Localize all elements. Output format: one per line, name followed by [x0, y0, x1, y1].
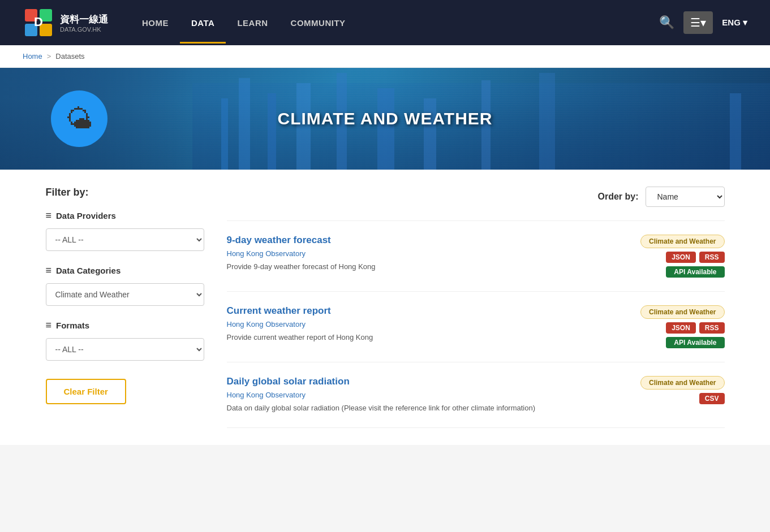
main-content: Filter by: Data Providers -- ALL -- Data… — [23, 170, 747, 445]
dataset-tags-solar: Climate and Weather CSV — [612, 376, 725, 404]
data-providers-label: Data Providers — [46, 210, 204, 222]
format-tags-solar: CSV — [699, 393, 725, 404]
nav-item-learn[interactable]: LEARN — [226, 2, 279, 44]
data-providers-select[interactable]: -- ALL -- — [46, 228, 204, 251]
dataset-title-9day[interactable]: 9-day weather forecast — [227, 235, 600, 246]
language-button[interactable]: ENG ▾ — [722, 18, 747, 28]
dataset-tags-current: Climate and Weather JSON RSS API Availab… — [612, 305, 725, 348]
dataset-info-9day: 9-day weather forecast Hong Kong Observa… — [227, 235, 600, 273]
dataset-desc-solar: Data on daily global solar radiation (Pl… — [227, 403, 600, 414]
search-button[interactable]: 🔍 — [659, 15, 674, 30]
csv-tag-solar: CSV — [699, 393, 725, 404]
nav-item-community[interactable]: COMMUNITY — [279, 2, 357, 44]
table-row: Current weather report Hong Kong Observa… — [227, 292, 725, 362]
dataset-desc-9day: Provide 9-day weather forecast of Hong K… — [227, 261, 600, 273]
json-tag-9day: JSON — [666, 252, 696, 263]
table-row: Daily global solar radiation Hong Kong O… — [227, 362, 725, 428]
dataset-info-solar: Daily global solar radiation Hong Kong O… — [227, 376, 600, 414]
formats-label: Formats — [46, 319, 204, 331]
clear-filter-button[interactable]: Clear Filter — [46, 379, 126, 404]
table-row: 9-day weather forecast Hong Kong Observa… — [227, 220, 725, 292]
dataset-tags-9day: Climate and Weather JSON RSS API Availab… — [612, 235, 725, 278]
banner-category-icon: 🌤 — [51, 90, 107, 147]
order-select[interactable]: Name Modified Relevance — [646, 187, 725, 207]
logo[interactable]: D 資料一線通 DATA.GOV.HK — [23, 7, 108, 38]
svg-text:D: D — [34, 15, 43, 29]
breadcrumb: Home > Datasets — [0, 45, 770, 68]
menu-button[interactable]: ☰▾ — [683, 11, 713, 34]
nav-item-data[interactable]: DATA — [180, 2, 226, 44]
dataset-info-current: Current weather report Hong Kong Observa… — [227, 305, 600, 343]
dataset-provider-9day: Hong Kong Observatory — [227, 249, 600, 258]
category-banner: 🌤 CLIMATE AND WEATHER — [0, 68, 770, 170]
logo-icon: D — [23, 7, 54, 38]
nav-item-home[interactable]: HOME — [131, 2, 180, 44]
content-area: Order by: Name Modified Relevance 9-day … — [227, 187, 725, 428]
dataset-provider-current: Hong Kong Observatory — [227, 320, 600, 328]
api-tag-9day: API Available — [666, 266, 724, 278]
breadcrumb-home[interactable]: Home — [23, 52, 42, 60]
format-tags-current: JSON RSS — [666, 322, 724, 334]
filter-sidebar: Filter by: Data Providers -- ALL -- Data… — [46, 187, 204, 428]
order-bar: Order by: Name Modified Relevance — [227, 187, 725, 207]
logo-text: 資料一線通 DATA.GOV.HK — [60, 13, 108, 33]
banner-title: CLIMATE AND WEATHER — [277, 109, 492, 128]
dataset-desc-current: Provide current weather report of Hong K… — [227, 332, 600, 343]
data-categories-label: Data Categories — [46, 265, 204, 276]
json-tag-current: JSON — [666, 322, 696, 334]
category-tag-9day: Climate and Weather — [640, 235, 724, 248]
dataset-title-current[interactable]: Current weather report — [227, 305, 600, 317]
filter-title: Filter by: — [46, 187, 204, 198]
dataset-title-solar[interactable]: Daily global solar radiation — [227, 376, 600, 387]
rss-tag-9day: RSS — [699, 252, 725, 263]
rss-tag-current: RSS — [699, 322, 725, 334]
navbar: D 資料一線通 DATA.GOV.HK HOME DATA LEARN COMM… — [0, 0, 770, 45]
navbar-right: 🔍 ☰▾ ENG ▾ — [659, 11, 747, 34]
data-categories-select[interactable]: Climate and Weather -- ALL -- — [46, 283, 204, 306]
nav-links: HOME DATA LEARN COMMUNITY — [131, 2, 357, 44]
category-tag-current: Climate and Weather — [640, 305, 724, 319]
dataset-list: 9-day weather forecast Hong Kong Observa… — [227, 220, 725, 428]
order-label: Order by: — [597, 192, 638, 202]
dataset-provider-solar: Hong Kong Observatory — [227, 391, 600, 399]
api-tag-current: API Available — [666, 337, 724, 348]
format-tags-9day: JSON RSS — [666, 252, 724, 263]
breadcrumb-separator: > — [47, 52, 51, 60]
category-tag-solar: Climate and Weather — [640, 376, 724, 390]
breadcrumb-current: Datasets — [55, 52, 84, 60]
formats-select[interactable]: -- ALL -- — [46, 338, 204, 361]
